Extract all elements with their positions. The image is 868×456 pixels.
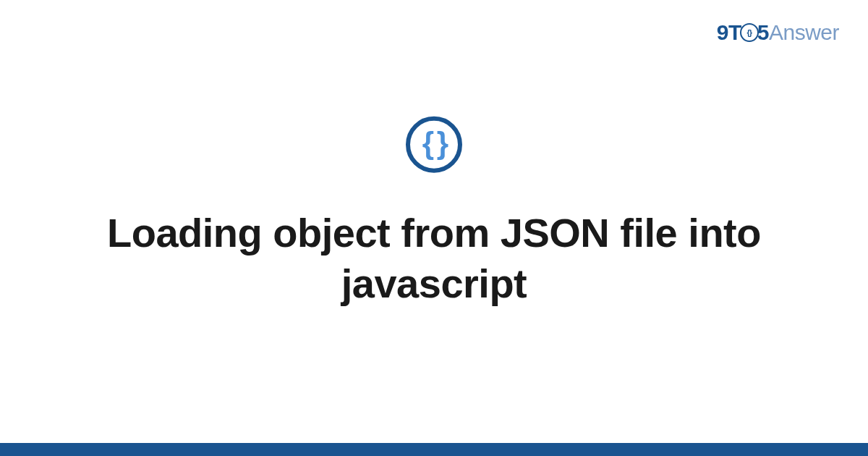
main-content: { } Loading object from JSON file into j… (0, 117, 868, 309)
site-logo[interactable]: 9T{}5Answer (717, 20, 839, 45)
logo-text-9t: 9T (717, 20, 741, 44)
footer-bar (0, 443, 868, 456)
braces-glyph: { } (422, 128, 446, 159)
logo-text-5: 5 (757, 20, 769, 44)
logo-circle-icon: {} (740, 23, 759, 42)
logo-text-answer: Answer (769, 20, 839, 44)
page-title: Loading object from JSON file into javas… (43, 208, 825, 309)
logo-braces-inner: {} (746, 28, 752, 37)
json-braces-icon: { } (406, 117, 462, 173)
